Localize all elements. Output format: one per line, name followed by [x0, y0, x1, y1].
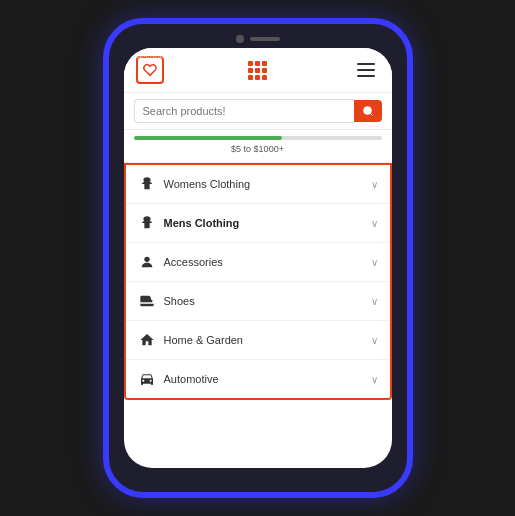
search-bar	[124, 93, 392, 130]
shoes-label: Shoes	[164, 295, 195, 307]
phone-top-bar	[228, 36, 288, 42]
hamburger-menu-button[interactable]	[352, 56, 380, 84]
category-left: Home & Garden	[138, 331, 243, 349]
category-item-womens-clothing[interactable]: Womens Clothing∨	[126, 165, 390, 204]
category-item-automotive[interactable]: Automotive∨	[126, 360, 390, 398]
menu-line	[357, 69, 375, 71]
home-garden-label: Home & Garden	[164, 334, 243, 346]
svg-point-2	[144, 257, 149, 262]
phone-speaker	[250, 37, 280, 41]
search-icon	[362, 105, 374, 117]
price-slider-fill	[134, 136, 283, 140]
phone-frame: hack-cheat.org	[103, 18, 413, 498]
search-input[interactable]	[134, 99, 354, 123]
home-garden-icon	[138, 331, 156, 349]
womens-clothing-label: Womens Clothing	[164, 178, 251, 190]
category-item-mens-clothing[interactable]: Mens Clothing∨	[126, 204, 390, 243]
category-item-shoes[interactable]: Shoes∨	[126, 282, 390, 321]
menu-line	[357, 63, 375, 65]
menu-line	[357, 75, 375, 77]
category-left: Womens Clothing	[138, 175, 251, 193]
price-label: $5 to $1000+	[134, 144, 382, 154]
category-left: Automotive	[138, 370, 219, 388]
womens-clothing-chevron-icon: ∨	[371, 179, 378, 190]
category-item-home-garden[interactable]: Home & Garden∨	[126, 321, 390, 360]
watermark: hack-cheat.org	[128, 52, 178, 59]
shoes-icon	[138, 292, 156, 310]
phone-screen: hack-cheat.org	[124, 48, 392, 468]
accessories-label: Accessories	[164, 256, 223, 268]
grid-icon	[248, 61, 267, 80]
price-slider-track[interactable]	[134, 136, 382, 140]
womens-clothing-icon	[138, 175, 156, 193]
automotive-icon	[138, 370, 156, 388]
category-left: Mens Clothing	[138, 214, 240, 232]
automotive-chevron-icon: ∨	[371, 374, 378, 385]
wishlist-button[interactable]	[136, 56, 164, 84]
mens-clothing-label: Mens Clothing	[164, 217, 240, 229]
mens-clothing-chevron-icon: ∨	[371, 218, 378, 229]
category-item-accessories[interactable]: Accessories∨	[126, 243, 390, 282]
accessories-icon	[138, 253, 156, 271]
phone-camera	[236, 35, 244, 43]
shoes-chevron-icon: ∨	[371, 296, 378, 307]
category-left: Accessories	[138, 253, 223, 271]
grid-view-button[interactable]	[244, 56, 272, 84]
search-button[interactable]	[354, 100, 382, 122]
price-range: $5 to $1000+	[124, 130, 392, 163]
category-list: Womens Clothing∨Mens Clothing∨Accessorie…	[124, 163, 392, 400]
automotive-label: Automotive	[164, 373, 219, 385]
home-garden-chevron-icon: ∨	[371, 335, 378, 346]
mens-clothing-icon	[138, 214, 156, 232]
accessories-chevron-icon: ∨	[371, 257, 378, 268]
category-left: Shoes	[138, 292, 195, 310]
svg-line-1	[370, 113, 372, 115]
